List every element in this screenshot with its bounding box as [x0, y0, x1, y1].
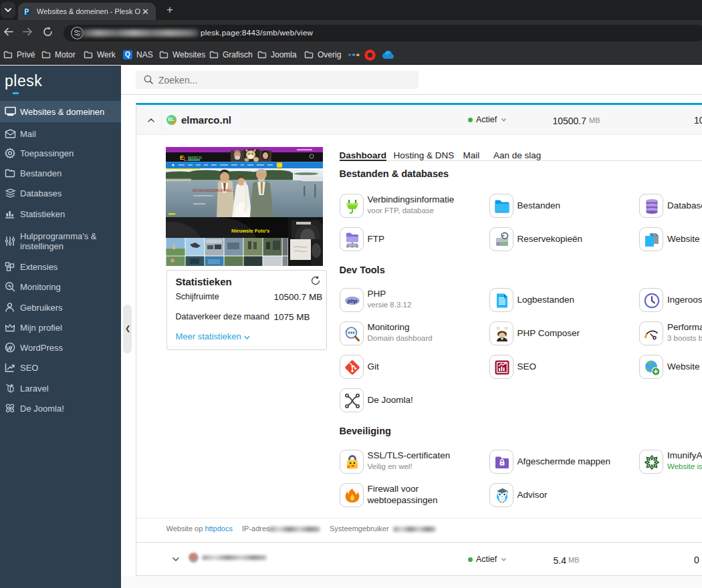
- svg-text:L: L: [184, 156, 188, 162]
- svg-text:MARCO: MARCO: [188, 156, 202, 160]
- svg-text:SCHOONZOON ERBIJ...: SCHOONZOON ERBIJ...: [193, 188, 235, 192]
- svg-text:Nieuwste Foto's: Nieuwste Foto's: [231, 228, 269, 234]
- svg-text:php: php: [346, 297, 357, 303]
